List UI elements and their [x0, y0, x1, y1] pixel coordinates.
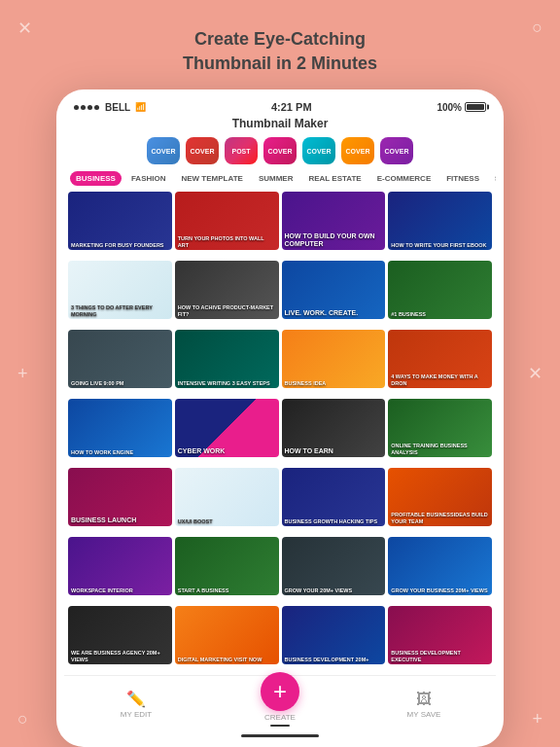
thumbnail-label-16: Online training Business analysis	[388, 441, 492, 457]
thumbnail-21[interactable]: WORKSPACE INTERIOR	[68, 537, 172, 595]
decoration-tr: ○	[532, 18, 542, 38]
thumbnail-label-7: LIVE. WORK. CREATE.	[282, 307, 386, 319]
thumbnail-19[interactable]: BUSINESS GROWTH HACKING TIPS	[282, 468, 386, 526]
thumbnail-label-2: TURN YOUR PHOTOS INTO WALL ART	[175, 233, 279, 250]
thumbnail-label-22: START A BUSINESS	[175, 586, 279, 596]
cover-icon-orange[interactable]: COVER	[341, 137, 374, 164]
thumbnail-label-9: Going Live 9:00 PM	[68, 378, 172, 389]
thumbnail-23[interactable]: GROW YOUR 20M+ Views	[282, 537, 386, 595]
thumbnail-label-27: Business Development 20M+	[282, 655, 386, 665]
thumbnail-12[interactable]: 4 WAYS TO MAKE MONEY WITH A DRON	[388, 330, 492, 388]
create-button[interactable]: +	[261, 672, 299, 711]
thumbnail-15[interactable]: HOW TO EARN	[282, 399, 386, 457]
thumbnail-4[interactable]: How to Write Your First Ebook	[388, 192, 492, 250]
filter-fashion[interactable]: FASHION	[125, 171, 172, 186]
thumbnail-26[interactable]: DIGITAL MARKETING VISIT NOW	[175, 606, 279, 664]
thumbnail-8[interactable]: #1 BUSINESS	[388, 261, 492, 319]
icon-label-2: COVER	[191, 148, 215, 155]
filter-business[interactable]: BUSINESS	[70, 171, 122, 186]
cover-icon-teal[interactable]: COVER	[302, 137, 335, 164]
thumbnail-label-17: BUSINESS LAUNCH	[68, 515, 172, 526]
thumbnail-label-3: HOW TO BUILD YOUR OWN COMPUTER	[282, 231, 386, 251]
filter-ecommerce[interactable]: E-COMMERCE	[371, 171, 438, 186]
thumbnail-22[interactable]: START A BUSINESS	[175, 537, 279, 595]
app-title: Thumbnail Maker	[64, 115, 496, 134]
icon-row: COVER COVER POST COVER COVER COVER COVER	[64, 134, 496, 168]
thumbnail-label-23: GROW YOUR 20M+ Views	[282, 586, 386, 596]
status-bar: BELL 📶 4:21 PM 100%	[64, 97, 496, 115]
filter-fitness[interactable]: FITNESS	[440, 171, 485, 186]
cover-icon-red[interactable]: COVER	[186, 137, 219, 164]
thumbnail-grid: MARKETING FOR BUSY FOUNDERS TURN YOUR PH…	[64, 189, 496, 675]
home-indicator	[241, 734, 319, 737]
signal-dot-4	[94, 105, 99, 110]
thumbnail-5[interactable]: 3 things to do after every morning	[68, 261, 172, 319]
wifi-icon: 📶	[135, 102, 146, 112]
thumbnail-20[interactable]: PROFITABLE BUSINESSIDEAS BUILD YOUR TEAM	[388, 468, 492, 526]
thumbnail-7[interactable]: LIVE. WORK. CREATE.	[282, 261, 386, 319]
signal-dots	[74, 105, 99, 110]
edit-icon: ✏️	[126, 690, 146, 708]
thumbnail-label-19: BUSINESS GROWTH HACKING TIPS	[282, 516, 386, 527]
ipad-frame: BELL 📶 4:21 PM 100% Thumbnail Maker COVE…	[56, 89, 504, 747]
thumbnail-label-18: UX/UI BOOST	[175, 516, 279, 527]
thumbnail-label-1: MARKETING FOR BUSY FOUNDERS	[68, 240, 172, 251]
filter-real-estate[interactable]: REAL ESTATE	[302, 171, 367, 186]
tab-my-save-label: MY SAVE	[407, 710, 441, 719]
thumbnail-label-12: 4 WAYS TO MAKE MONEY WITH A DRON	[388, 372, 492, 388]
thumbnail-11[interactable]: BUSINESS IDEA	[282, 330, 386, 388]
icon-label-5: COVER	[307, 148, 332, 155]
thumbnail-16[interactable]: Online training Business analysis	[388, 399, 492, 457]
filter-spa[interactable]: SPA	[489, 171, 496, 186]
thumbnail-25[interactable]: WE ARE BUSINESS AGENCY 20M+ Views	[68, 606, 172, 664]
thumbnail-17[interactable]: BUSINESS LAUNCH	[68, 468, 172, 526]
icon-label-7: COVER	[385, 148, 409, 155]
thumbnail-label-15: HOW TO EARN	[282, 445, 386, 457]
thumbnail-14[interactable]: CYBER WORK	[175, 399, 279, 457]
header-line2: Thumbnail in 2 Minutes	[183, 53, 377, 73]
thumbnail-10[interactable]: INTENSIVE WRITING 3 EASY STEPS	[175, 330, 279, 388]
tab-my-save[interactable]: 🖼 MY SAVE	[352, 691, 496, 719]
post-icon[interactable]: POST	[225, 137, 258, 164]
signal-dot-1	[74, 105, 79, 110]
thumbnail-label-5: 3 things to do after every morning	[68, 302, 172, 319]
icon-label-4: COVER	[268, 148, 293, 155]
thumbnail-label-20: PROFITABLE BUSINESSIDEAS BUILD YOUR TEAM	[388, 510, 492, 526]
thumbnail-18[interactable]: UX/UI BOOST	[175, 468, 279, 526]
thumbnail-13[interactable]: how to work ENGINE	[68, 399, 172, 457]
thumbnail-6[interactable]: How To Achive Product-Market Fit?	[175, 261, 279, 319]
save-icon: 🖼	[416, 691, 432, 708]
signal-dot-3	[88, 105, 92, 110]
decoration-tl: ✕	[18, 18, 32, 39]
thumbnail-label-26: DIGITAL MARKETING VISIT NOW	[175, 655, 279, 665]
thumbnail-label-14: CYBER WORK	[175, 445, 279, 457]
thumbnail-24[interactable]: GROW YOUR BUSINESS 20M+ Views	[388, 537, 492, 595]
plus-icon: +	[273, 678, 287, 705]
filter-summer[interactable]: SUMMER	[253, 171, 299, 186]
tab-my-edit[interactable]: ✏️ MY EDIT	[64, 690, 208, 719]
thumbnail-9[interactable]: Going Live 9:00 PM	[68, 330, 172, 388]
thumbnail-27[interactable]: Business Development 20M+	[282, 606, 386, 664]
thumbnail-2[interactable]: TURN YOUR PHOTOS INTO WALL ART	[175, 192, 279, 250]
tab-create[interactable]: + CREATE	[208, 682, 352, 727]
decoration-ml: +	[18, 364, 28, 384]
active-tab-indicator	[270, 725, 290, 727]
page-header: Create Eye-Catching Thumbnail in 2 Minut…	[183, 27, 377, 76]
bottom-tab-bar: ✏️ MY EDIT + CREATE 🖼 MY SAVE	[64, 675, 496, 730]
signal-dot-2	[81, 105, 86, 110]
thumbnail-3[interactable]: HOW TO BUILD YOUR OWN COMPUTER	[282, 192, 386, 250]
thumbnail-1[interactable]: MARKETING FOR BUSY FOUNDERS	[68, 192, 172, 250]
icon-label-1: COVER	[152, 148, 176, 155]
thumbnail-label-24: GROW YOUR BUSINESS 20M+ Views	[388, 586, 492, 596]
tab-my-edit-label: MY EDIT	[121, 710, 152, 719]
filter-tabs: BUSINESS FASHION NEW TEMPLATE SUMMER REA…	[64, 168, 496, 189]
thumbnail-28[interactable]: Business Development Executive	[388, 606, 492, 664]
cover-icon-pink[interactable]: COVER	[263, 137, 297, 164]
thumbnail-label-4: How to Write Your First Ebook	[388, 240, 492, 251]
icon-label-6: COVER	[346, 148, 370, 155]
cover-icon-blue[interactable]: COVER	[147, 137, 180, 164]
decoration-bl: ○	[18, 709, 28, 729]
filter-new-template[interactable]: NEW TEMPLATE	[175, 171, 248, 186]
cover-icon-purple[interactable]: COVER	[380, 137, 413, 164]
thumbnail-label-8: #1 BUSINESS	[388, 309, 492, 320]
